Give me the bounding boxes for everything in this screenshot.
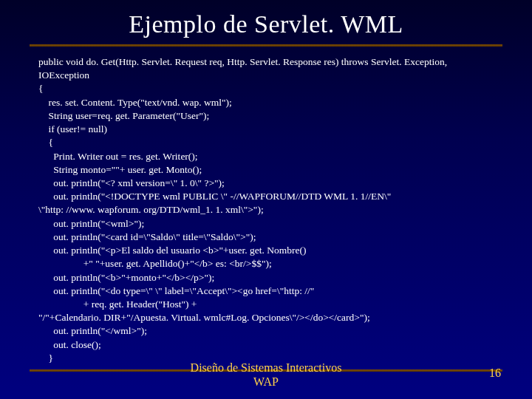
footer-line1: Diseño de Sistemas Interactivos (191, 361, 342, 374)
code-block: public void do. Get(Http. Servlet. Reque… (38, 55, 502, 365)
slide-title: Ejemplo de Servlet. WML (0, 0, 532, 44)
footer-line2: WAP (253, 375, 279, 388)
footer: Diseño de Sistemas Interactivos WAP (0, 361, 532, 389)
page-number: 16 (489, 366, 501, 380)
footer-text: Diseño de Sistemas Interactivos WAP (191, 361, 342, 389)
title-rule (30, 44, 502, 47)
